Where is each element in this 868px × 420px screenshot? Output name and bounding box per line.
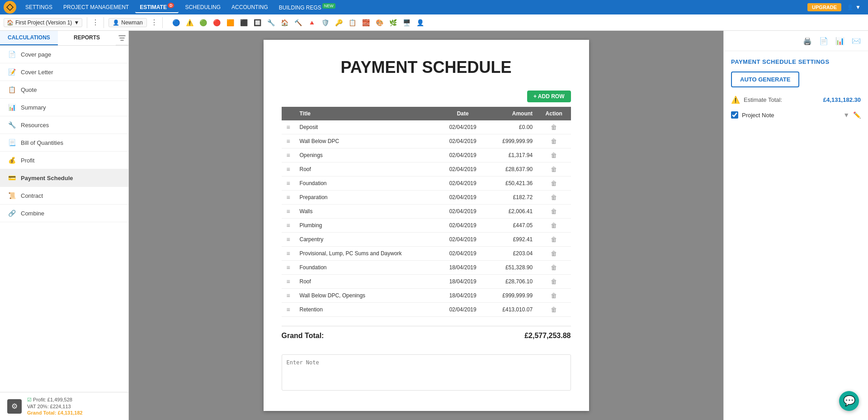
tool-icon-15[interactable]: 🧱 [361, 17, 372, 28]
tool-icon-10[interactable]: 🔨 [293, 17, 304, 28]
nav-project-management[interactable]: PROJECT MANAGEMENT [59, 2, 133, 12]
delete-row-button[interactable]: 🗑 [551, 124, 557, 131]
row-action[interactable]: 🗑 [537, 233, 571, 247]
print-icon[interactable]: 🖨️ [801, 34, 814, 47]
sidebar-item-contract[interactable]: 📜 Contract [0, 187, 128, 205]
delete-row-button[interactable]: 🗑 [551, 222, 557, 229]
rp-section-title: Payment Schedule Settings [731, 58, 861, 65]
row-action[interactable]: 🗑 [537, 247, 571, 261]
more-options-icon[interactable]: ⋮ [92, 18, 99, 27]
delete-row-button[interactable]: 🗑 [551, 152, 557, 159]
row-action[interactable]: 🗑 [537, 219, 571, 233]
drag-handle-cell[interactable]: ≡ [282, 120, 295, 134]
drag-handle-cell[interactable]: ≡ [282, 275, 295, 289]
user-more-icon[interactable]: ⋮ [151, 18, 158, 27]
user-badge[interactable]: 👤 Newman [108, 18, 146, 27]
row-action[interactable]: 🗑 [537, 303, 571, 317]
nav-estimate[interactable]: ESTIMATED [135, 1, 179, 13]
row-action[interactable]: 🗑 [537, 205, 571, 219]
tool-icon-9[interactable]: 🏠 [279, 17, 290, 28]
auto-generate-button[interactable]: AUTO GENERATE [731, 72, 799, 87]
project-selector[interactable]: 🏠 First Project (Version 1) ▼ [4, 18, 82, 27]
note-textarea[interactable] [282, 354, 571, 391]
row-action[interactable]: 🗑 [537, 261, 571, 275]
email-icon[interactable]: ✉️ [850, 34, 863, 47]
sidebar-item-resources[interactable]: 🔧 Resources [0, 116, 128, 134]
nav-settings[interactable]: SETTINGS [21, 2, 57, 12]
row-action[interactable]: 🗑 [537, 120, 571, 134]
sidebar-item-profit[interactable]: 💰 Profit [0, 152, 128, 169]
tool-icon-7[interactable]: 🔲 [252, 17, 263, 28]
delete-row-button[interactable]: 🗑 [551, 278, 557, 285]
sidebar-item-combine[interactable]: 🔗 Combine [0, 205, 128, 222]
project-note-checkbox[interactable] [731, 111, 738, 119]
sidebar-item-quote[interactable]: 📋 Quote [0, 81, 128, 99]
drag-handle-cell[interactable]: ≡ [282, 205, 295, 219]
delete-row-button[interactable]: 🗑 [551, 306, 557, 313]
drag-handle-cell[interactable]: ≡ [282, 162, 295, 177]
tool-icon-3[interactable]: 🟢 [198, 17, 209, 28]
tab-reports[interactable]: REPORTS [58, 31, 116, 45]
delete-row-button[interactable]: 🗑 [551, 166, 557, 173]
tool-icon-8[interactable]: 🔧 [266, 17, 277, 28]
delete-row-button[interactable]: 🗑 [551, 264, 557, 271]
drag-handle-cell[interactable]: ≡ [282, 303, 295, 317]
project-note-edit[interactable]: ✏️ [853, 111, 861, 119]
tool-icon-5[interactable]: 🟧 [225, 17, 236, 28]
tool-icon-2[interactable]: ⚠️ [184, 17, 195, 28]
tool-icon-19[interactable]: 👤 [415, 17, 426, 28]
row-action[interactable]: 🗑 [537, 191, 571, 205]
drag-handle-cell[interactable]: ≡ [282, 289, 295, 303]
row-action[interactable]: 🗑 [537, 162, 571, 177]
tool-icon-14[interactable]: 📋 [347, 17, 358, 28]
tool-icon-6[interactable]: ⬛ [239, 17, 250, 28]
sidebar-item-bill-of-quantities[interactable]: 📃 Bill of Quantities [0, 134, 128, 152]
settings-cog-button[interactable]: ⚙ [7, 399, 22, 414]
project-note-dropdown[interactable]: ▼ [843, 111, 849, 119]
row-action[interactable]: 🗑 [537, 289, 571, 303]
drag-handle-cell[interactable]: ≡ [282, 247, 295, 261]
sidebar-item-cover-page[interactable]: 📄 Cover page [0, 46, 128, 63]
drag-handle-cell[interactable]: ≡ [282, 219, 295, 233]
filter-icon[interactable] [116, 31, 128, 45]
tool-icon-12[interactable]: 🛡️ [320, 17, 331, 28]
delete-row-button[interactable]: 🗑 [551, 292, 557, 299]
tab-calculations[interactable]: CALCULATIONS [0, 31, 58, 45]
nav-building-regs[interactable]: BUILDING REGSNEW [274, 2, 340, 13]
delete-row-button[interactable]: 🗑 [551, 194, 557, 201]
tool-icon-13[interactable]: 🔑 [334, 17, 344, 28]
drag-handle-cell[interactable]: ≡ [282, 261, 295, 275]
tool-icon-16[interactable]: 🎨 [374, 17, 385, 28]
delete-row-button[interactable]: 🗑 [551, 138, 557, 145]
drag-handle-cell[interactable]: ≡ [282, 134, 295, 148]
drag-handle-cell[interactable]: ≡ [282, 148, 295, 162]
tool-icon-17[interactable]: 🌿 [388, 17, 399, 28]
drag-handle-cell[interactable]: ≡ [282, 233, 295, 247]
tool-icon-18[interactable]: 🖥️ [401, 17, 412, 28]
drag-handle-cell[interactable]: ≡ [282, 191, 295, 205]
tool-icon-1[interactable]: 🔵 [171, 17, 182, 28]
user-area[interactable]: 👤 ▼ [843, 4, 864, 10]
excel-icon[interactable]: 📊 [834, 34, 846, 47]
sidebar-item-cover-letter[interactable]: 📝 Cover Letter [0, 63, 128, 81]
row-action[interactable]: 🗑 [537, 134, 571, 148]
tool-icon-11[interactable]: 🔺 [307, 17, 317, 28]
delete-row-button[interactable]: 🗑 [551, 236, 557, 243]
delete-row-button[interactable]: 🗑 [551, 250, 557, 257]
pdf-icon[interactable]: 📄 [817, 34, 830, 47]
sidebar-item-payment-schedule[interactable]: 💳 Payment Schedule [0, 169, 128, 187]
upgrade-button[interactable]: UPGRADE [807, 3, 841, 11]
delete-row-button[interactable]: 🗑 [551, 180, 557, 187]
tool-icon-4[interactable]: 🔴 [212, 17, 222, 28]
delete-row-button[interactable]: 🗑 [551, 208, 557, 215]
chat-bubble[interactable]: 💬 [839, 391, 859, 411]
user-name: Newman [121, 19, 142, 26]
row-action[interactable]: 🗑 [537, 148, 571, 162]
nav-accounting[interactable]: ACCOUNTING [227, 2, 273, 12]
row-action[interactable]: 🗑 [537, 275, 571, 289]
drag-handle-cell[interactable]: ≡ [282, 177, 295, 191]
sidebar-item-summary[interactable]: 📊 Summary [0, 99, 128, 116]
nav-scheduling[interactable]: SCHEDULING [180, 2, 225, 12]
add-row-button[interactable]: + ADD ROW [527, 91, 571, 102]
row-action[interactable]: 🗑 [537, 177, 571, 191]
